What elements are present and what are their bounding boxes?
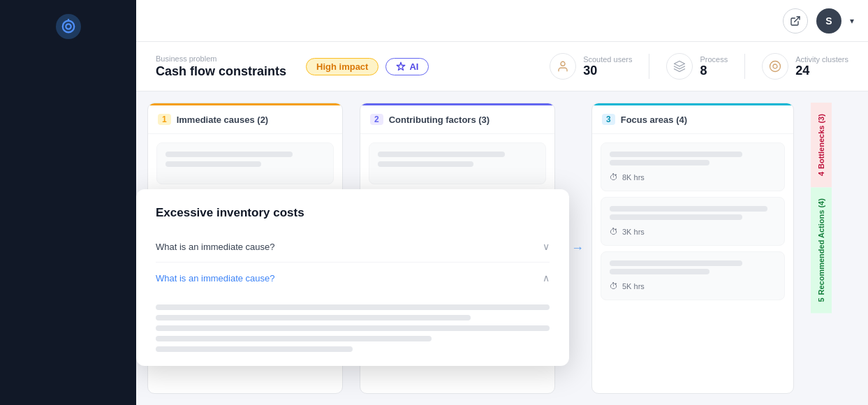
col-3-title: Focus areas (4) <box>621 115 687 125</box>
overlay-line <box>156 304 550 310</box>
business-problem-label: Business problem <box>156 54 286 63</box>
sidebar <box>0 0 136 405</box>
col-2-header: 2 Contributing factors (3) <box>360 103 554 134</box>
bottlenecks-num: 4 <box>817 172 825 176</box>
recommended-num: 5 <box>817 297 825 302</box>
export-icon <box>790 15 801 27</box>
user-avatar[interactable]: S <box>816 8 841 34</box>
stat-activity-clusters: Activity clusters 24 <box>762 53 848 80</box>
users-icon <box>550 53 576 80</box>
overlay-line <box>156 346 353 352</box>
ai-label: AI <box>409 61 418 72</box>
kanban-card[interactable] <box>369 142 546 184</box>
process-icon <box>666 53 693 80</box>
svg-point-4 <box>561 61 565 66</box>
export-button[interactable] <box>783 8 808 34</box>
svg-point-7 <box>773 64 777 68</box>
chevron-down-icon: ∨ <box>543 241 550 252</box>
col-1-num: 1 <box>158 114 171 125</box>
bottlenecks-tab[interactable]: 4 Bottlenecks (3) <box>811 103 832 187</box>
recommended-actions-tab[interactable]: 5 Recommended Actions (4) <box>811 187 832 313</box>
process-label: Process <box>700 55 728 64</box>
business-problem-section: Business problem Cash flow constraints <box>156 54 286 79</box>
overlay-card: Excessive inventory costs What is an imm… <box>136 189 569 366</box>
overlay-row-1[interactable]: What is an immediate cause? ∨ <box>156 231 550 263</box>
stat-divider-1 <box>649 54 649 79</box>
process-value: 8 <box>700 64 728 78</box>
time-value-2: 3K hrs <box>622 228 645 236</box>
col-3-num: 3 <box>602 114 615 125</box>
card-line <box>610 152 742 157</box>
focus-card-2[interactable]: ⏱ 3K hrs <box>601 197 785 246</box>
clock-icon: ⏱ <box>610 172 618 182</box>
clock-icon: ⏱ <box>610 227 618 237</box>
overlay-line <box>156 315 471 321</box>
overlay-line <box>156 325 550 331</box>
top-nav: S ▾ <box>136 0 868 42</box>
card-line <box>165 152 293 157</box>
time-value-1: 8K hrs <box>622 173 645 182</box>
col-3-body: ⏱ 8K hrs ⏱ 3K hrs <box>592 134 793 393</box>
high-impact-badge[interactable]: High impact <box>306 58 378 75</box>
logo-icon <box>61 19 76 34</box>
card-line <box>610 260 742 266</box>
overlay-lines <box>156 304 550 352</box>
user-menu-chevron[interactable]: ▾ <box>850 16 854 26</box>
kanban-arrow: → <box>569 241 586 256</box>
card-line <box>610 160 709 165</box>
side-tabs: 4 Bottlenecks (3) 5 Recommended Actions … <box>811 103 832 394</box>
activity-clusters-label: Activity clusters <box>795 55 848 64</box>
overlay-title: Excessive inventory costs <box>156 206 550 220</box>
stat-process: Process 8 <box>666 53 728 80</box>
bottlenecks-label: Bottlenecks (3) <box>817 114 825 169</box>
scouted-users-value: 30 <box>583 64 632 78</box>
scouted-users-label: Scouted users <box>583 55 632 64</box>
time-value-3: 5K hrs <box>622 282 645 290</box>
time-row-3: ⏱ 5K hrs <box>610 281 776 291</box>
svg-line-3 <box>795 17 800 22</box>
kanban-card[interactable] <box>156 142 334 184</box>
overlay-row-1-label: What is an immediate cause? <box>156 242 275 252</box>
header-area: Business problem Cash flow constraints H… <box>136 42 868 91</box>
sidebar-logo[interactable] <box>56 14 81 39</box>
svg-point-1 <box>66 24 71 29</box>
overlay-line <box>156 336 432 341</box>
overlay-row-2-label[interactable]: What is an immediate cause? <box>156 273 275 284</box>
activity-clusters-icon <box>762 53 788 80</box>
chevron-up-icon: ∧ <box>543 272 550 284</box>
ai-badge[interactable]: AI <box>385 58 429 75</box>
kanban-area: 1 Immediate causes (2) <box>136 91 868 405</box>
main-content: S ▾ Business problem Cash flow constrain… <box>136 0 868 405</box>
ai-sparkle-icon <box>396 61 406 71</box>
card-line <box>378 152 505 157</box>
clock-icon: ⏱ <box>610 281 618 291</box>
card-line <box>610 214 742 220</box>
business-problem-title: Cash flow constraints <box>156 64 286 79</box>
card-line <box>378 161 473 167</box>
svg-point-6 <box>770 61 781 72</box>
col-1-title: Immediate causes (2) <box>177 115 269 125</box>
col-1-header: 1 Immediate causes (2) <box>148 103 342 134</box>
col-3-header: 3 Focus areas (4) <box>592 103 793 134</box>
col-2-title: Contributing factors (3) <box>389 115 490 125</box>
focus-card-1[interactable]: ⏱ 8K hrs <box>601 142 785 191</box>
stat-divider-2 <box>744 54 745 79</box>
col-2-num: 2 <box>370 114 383 125</box>
stats-row: Scouted users 30 Process <box>550 53 848 80</box>
card-line <box>165 161 261 167</box>
card-line <box>610 269 709 274</box>
overlay-row-2[interactable]: What is an immediate cause? ∧ <box>156 263 550 293</box>
kanban-col-3: 3 Focus areas (4) ⏱ 8K hrs <box>591 103 794 394</box>
time-row-1: ⏱ 8K hrs <box>610 172 776 182</box>
badges-group: High impact AI <box>306 58 429 75</box>
stat-scouted-users: Scouted users 30 <box>550 53 632 80</box>
svg-point-0 <box>62 21 74 33</box>
svg-marker-5 <box>675 61 685 67</box>
focus-card-3[interactable]: ⏱ 5K hrs <box>601 251 785 300</box>
time-row-2: ⏱ 3K hrs <box>610 227 776 237</box>
activity-clusters-value: 24 <box>795 64 848 78</box>
recommended-label: Recommended Actions (4) <box>817 198 825 295</box>
card-line <box>610 206 767 212</box>
